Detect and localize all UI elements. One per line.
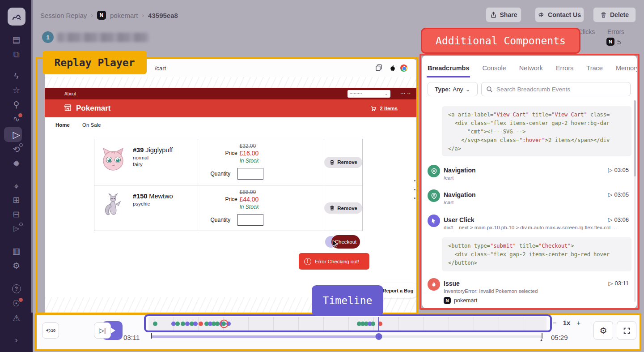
remove-button[interactable]: Remove: [324, 202, 362, 214]
nextjs-logo-icon: N: [444, 297, 451, 304]
toolbar-icon: ⚲: [13, 100, 20, 109]
store-icon: [64, 103, 72, 114]
sidebar-item-trends[interactable]: ∿: [0, 111, 33, 126]
pokemon-name: Mewtwo: [149, 193, 173, 200]
skip-icon: ▷|: [99, 326, 106, 335]
clicks-stat-label: Clicks: [578, 28, 595, 35]
timeline-event-dot-green[interactable]: [175, 322, 180, 326]
timeline-event-dot-purple[interactable]: [185, 322, 190, 326]
panel-resize-handle[interactable]: [413, 180, 416, 199]
sidebar-item-settings[interactable]: ⚙: [0, 258, 33, 273]
breadcrumb-project[interactable]: pokemart: [110, 12, 138, 19]
rewind-10s-button[interactable]: ⟲10: [42, 322, 59, 339]
tab-trace[interactable]: Trace: [585, 62, 604, 77]
sidebar-item-session-replay[interactable]: ▷: [0, 127, 33, 142]
sidebar-item-campaigns[interactable]: ⌲: [0, 221, 33, 236]
quantity-input[interactable]: [237, 214, 263, 226]
mouse-cursor-icon: [332, 240, 340, 248]
contact-us-button[interactable]: Contact Us: [535, 7, 584, 22]
code-snippet-checkout: <button type="submit" title="Checkout"> …: [442, 237, 631, 271]
site-topbar-dots: ··· ··: [401, 91, 411, 96]
breadcrumb-search[interactable]: [481, 82, 631, 96]
seek-handle[interactable]: [375, 333, 382, 340]
inbox-icon: ▤: [13, 35, 21, 44]
search-input[interactable]: [496, 86, 622, 93]
site-password-select[interactable]: •••••••••⌄: [347, 90, 390, 98]
copy-url-icon[interactable]: [375, 64, 382, 73]
timeline-playhead[interactable]: [378, 317, 379, 331]
sidebar-item-toolbar[interactable]: ⚲: [0, 97, 33, 112]
code-folder-icon: ⧉: [13, 50, 20, 59]
trash-icon: [600, 12, 607, 18]
seek-bar[interactable]: [151, 335, 542, 338]
panel-scrollbar[interactable]: [634, 100, 636, 302]
error-icon: !: [304, 258, 311, 265]
cart-row-jigglypuff: #39 Jigglypuff normal fairy Price £32.00…: [94, 139, 362, 185]
speed-minus-button[interactable]: −: [553, 319, 557, 326]
timeline-event-dot-green[interactable]: [371, 322, 375, 326]
person-name-redacted[interactable]: [57, 33, 149, 42]
sidebar-item-history[interactable]: ⟲: [0, 142, 33, 157]
nav-home-link[interactable]: Home: [55, 122, 70, 128]
sidebar-item-explore[interactable]: ⌖: [0, 178, 33, 193]
old-price: £32.00: [239, 143, 258, 149]
sidebar-item-broadcast[interactable]: ☉: [0, 296, 33, 311]
site-header: Pokemart 2 items: [45, 99, 417, 117]
code-snippet-view-cart: <a aria-label="View Cart" title="View Ca…: [442, 106, 631, 156]
sidebar-item-reports[interactable]: ▥: [0, 243, 33, 258]
errors-stat-value: 5: [617, 38, 621, 46]
timeline-event-dot-purple[interactable]: [193, 322, 198, 326]
site-topbar: About •••••••••⌄ ··· ··: [45, 88, 417, 99]
delete-button[interactable]: Delete: [593, 7, 636, 22]
tab-console[interactable]: Console: [481, 62, 507, 77]
sidebar-item-code-folder[interactable]: ⧉: [0, 47, 33, 62]
event-timeline-strip[interactable]: [148, 317, 547, 331]
sidebar-item-activity[interactable]: ϟ: [0, 68, 33, 83]
sidebar-item-favorites[interactable]: ☆: [0, 82, 33, 98]
speed-plus-button[interactable]: +: [576, 319, 580, 326]
stock-status: In Stock: [239, 158, 258, 164]
nav-onsale-link[interactable]: On Sale: [82, 122, 101, 128]
fullscreen-button[interactable]: [617, 321, 636, 340]
site-brand[interactable]: Pokemart: [76, 104, 110, 113]
share-button[interactable]: Share: [486, 7, 521, 22]
pokemon-number: #150: [133, 193, 147, 200]
sidebar-item-help[interactable]: ?: [0, 281, 33, 296]
stock-status: In Stock: [239, 204, 258, 210]
tab-network[interactable]: Network: [518, 62, 544, 77]
sidebar-item-expand[interactable]: ›: [0, 332, 33, 347]
sidebar-item-inbox[interactable]: ▤: [0, 32, 33, 47]
breadcrumb-root[interactable]: Session Replay: [40, 12, 87, 19]
sidebar-item-data-store[interactable]: ⊟: [0, 206, 33, 222]
jigglypuff-image: [100, 145, 127, 172]
quantity-input[interactable]: [237, 168, 263, 180]
player-settings-button[interactable]: ⚙: [593, 321, 613, 340]
timeline-event-dot-green[interactable]: [153, 322, 157, 326]
breadcrumb-sep: ›: [91, 12, 93, 19]
timeline-event-dot-red[interactable]: [199, 322, 203, 326]
activity-icon: ϟ: [14, 72, 18, 80]
type-filter-dropdown[interactable]: Type: Any ⌄: [428, 82, 478, 96]
sidebar-scrollbar[interactable]: [31, 0, 33, 313]
skip-to-end-button[interactable]: ▷|: [94, 322, 111, 339]
sidebar-item-warning[interactable]: ⚠: [0, 310, 33, 326]
fire-icon: [428, 278, 440, 291]
posthog-logo[interactable]: [8, 8, 25, 26]
report-bug-button[interactable]: Report a Bug: [377, 283, 417, 298]
additional-components-annotation-label: Additional Components: [421, 28, 580, 54]
tab-memory[interactable]: Memory: [615, 62, 637, 77]
sidebar-item-dashboards[interactable]: ⊞: [0, 192, 33, 207]
tab-errors[interactable]: Errors: [555, 62, 574, 77]
person-badge[interactable]: 1: [42, 31, 54, 43]
site-nav: Home On Sale: [45, 117, 417, 133]
remove-button[interactable]: Remove: [324, 157, 362, 168]
site-about-link[interactable]: About: [64, 91, 76, 96]
warning-icon: ⚠: [13, 314, 20, 322]
trash-icon: [329, 159, 335, 165]
sidebar-item-alerts[interactable]: ✹: [0, 156, 33, 171]
timeline-event-dot-green[interactable]: [181, 322, 185, 326]
sidebar: ▤⧉ϟ☆⚲∿▷⟲✹⌖⊞⊟⌲▥⚙?☉⚠›: [0, 0, 33, 352]
cart-row-mewtwo: #150 Mewtwo psychic Price £88.00 £44.00 …: [94, 185, 362, 231]
cart-link[interactable]: 2 items: [370, 105, 398, 112]
tab-breadcrumbs[interactable]: Breadcrumbs: [427, 62, 470, 77]
